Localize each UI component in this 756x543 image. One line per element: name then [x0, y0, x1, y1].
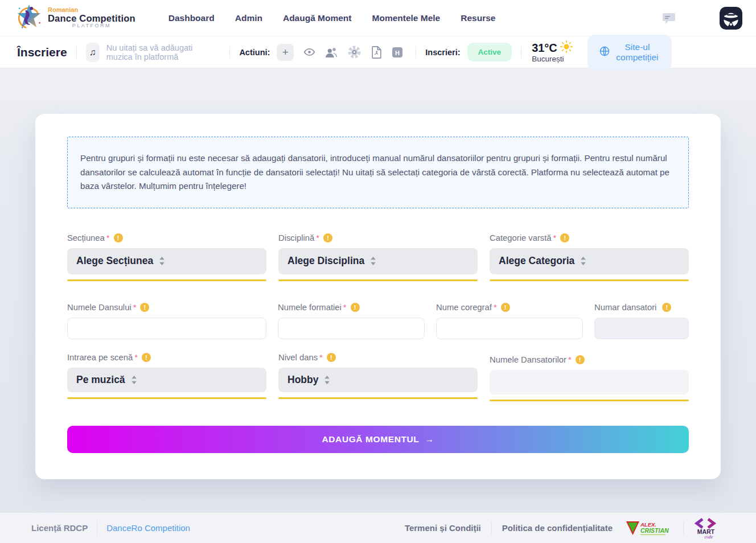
gear-icon[interactable] [347, 45, 361, 59]
sectiunea-select[interactable]: Alege Secțiunea [67, 248, 266, 274]
yellow-underline [67, 279, 266, 281]
brand-subtitle: PLATFORM [48, 23, 135, 28]
numele-formatiei-input[interactable] [278, 318, 425, 339]
yellow-underline [67, 397, 266, 399]
apps-grid-icon[interactable] [692, 12, 704, 24]
music-hint-text: Nu uitați sa vă adăugati muzica în platf… [106, 43, 221, 61]
field-label: Numele Dansatorilor [490, 355, 566, 364]
divider [683, 521, 684, 535]
numele-dansului-input[interactable] [67, 318, 266, 339]
divider [521, 46, 521, 59]
field-label: Secțiunea [67, 233, 105, 242]
field-sectiunea: Secțiunea* Alege Secțiunea [67, 233, 266, 281]
footer-privacy-link[interactable]: Politica de confidențialitate [495, 523, 619, 533]
divider [416, 46, 416, 59]
field-disciplina: Disciplină* Alege Disciplina [278, 233, 478, 281]
info-icon [501, 303, 510, 312]
nav-item-dashboard[interactable]: Dashboard [169, 13, 215, 23]
info-icon [576, 355, 585, 364]
svg-text:code: code [704, 534, 713, 540]
nav-item-adauga-moment[interactable]: Adaugă Moment [283, 13, 352, 23]
alex-cristian-logo[interactable]: ALEX. CRISTIAN [619, 520, 680, 537]
status-badge: Active [467, 43, 512, 61]
weather-temp: 31°C [532, 42, 557, 54]
nav-item-resurse[interactable]: Resurse [461, 13, 495, 23]
eye-icon[interactable] [303, 46, 315, 58]
arrow-right-icon: → [425, 434, 434, 445]
brand-logo[interactable]: Romanian Dance Competition PLATFORM [14, 2, 135, 35]
numar-dansatori-input [594, 318, 689, 339]
dancer-star-icon [14, 2, 44, 35]
divider [229, 46, 230, 59]
footer-terms-link[interactable]: Termeni și Condiții [398, 523, 488, 533]
inscriere-form-card: Pentru grupuri și formații nu este neces… [35, 114, 721, 479]
sun-icon [560, 40, 573, 55]
chevron-updown-icon [131, 376, 137, 384]
chevron-updown-icon [580, 257, 586, 265]
numele-dansatorilor-input [490, 370, 689, 394]
user-avatar[interactable] [720, 7, 742, 30]
field-label: Nume coregraf [436, 303, 492, 312]
pdf-icon[interactable] [371, 46, 382, 59]
field-numele-dansatorilor: Numele Dansatorilor* [490, 353, 689, 401]
chevron-updown-icon [370, 257, 376, 265]
info-icon [327, 353, 336, 362]
globe-icon [599, 46, 610, 59]
field-label: Disciplină [278, 233, 314, 242]
music-note-icon: ♫ [86, 43, 100, 62]
nume-coregraf-input[interactable] [436, 318, 583, 339]
page-toolbar: Înscriere ♫ Nu uitați sa vă adăugati muz… [0, 36, 756, 68]
smart-code-logo[interactable]: MART code [687, 517, 725, 540]
field-label: Intrarea pe scenă [67, 353, 133, 362]
chevron-updown-icon [324, 376, 330, 384]
svg-text:H: H [395, 49, 400, 56]
plus-icon[interactable]: + [277, 44, 294, 61]
field-numar-dansatori: Numar dansatori [594, 303, 689, 339]
chat-icon[interactable] [662, 12, 676, 24]
field-numele-dansului: Numele Dansului* [67, 303, 266, 339]
field-intrarea-pe-scena: Intrarea pe scenă* Pe muzică [67, 353, 266, 401]
inscrieri-label: Inscrieri: [425, 48, 460, 57]
adauga-momentul-button[interactable]: ADAUGĂ MOMENTUL → [67, 426, 689, 453]
yellow-underline [278, 279, 478, 281]
disciplina-select[interactable]: Alege Disciplina [278, 248, 478, 274]
yellow-underline [490, 400, 689, 401]
action-icons: + H [277, 44, 403, 61]
divider [491, 521, 492, 535]
actions-label: Actiuni: [239, 48, 270, 57]
info-icon [351, 303, 360, 312]
info-notice: Pentru grupuri și formații nu este neces… [67, 137, 689, 208]
info-icon [114, 233, 123, 242]
info-icon [323, 233, 332, 242]
nav-item-admin[interactable]: Admin [235, 13, 262, 23]
page-title: Înscriere [17, 46, 67, 59]
main-nav: Dashboard Admin Adaugă Moment Momentele … [169, 13, 496, 23]
nav-item-momentele-mele[interactable]: Momentele Mele [372, 13, 441, 23]
categorie-varsta-select[interactable]: Alege Categoria [490, 248, 689, 274]
yellow-underline [278, 397, 478, 399]
chevron-updown-icon [159, 257, 165, 265]
field-numele-formatiei: Numele formatiei* [278, 303, 425, 339]
brand-title: Dance Competition [48, 14, 135, 23]
footer-license: Licență RDCP [31, 523, 88, 533]
field-categorie-varsta: Categorie varstă* Alege Categoria [490, 233, 689, 281]
competition-site-button[interactable]: Site-ul competiției [587, 35, 672, 70]
users-icon[interactable] [325, 47, 338, 58]
nivel-dans-select[interactable]: Hobby [278, 368, 478, 392]
footer: Licență RDCP DanceRo Competition Termeni… [0, 512, 756, 543]
yellow-underline [490, 279, 689, 281]
field-label: Numar dansatori [594, 303, 656, 312]
weather-city: București [532, 55, 573, 64]
info-icon [142, 353, 151, 362]
top-navbar: Romanian Dance Competition PLATFORM Dash… [0, 0, 756, 36]
field-nume-coregraf: Nume coregraf* [436, 303, 583, 339]
info-icon [662, 303, 671, 312]
intrarea-pe-scena-select[interactable]: Pe muzică [67, 368, 266, 392]
weather-widget: 31°C București [532, 40, 573, 63]
footer-brand-link[interactable]: DanceRo Competition [106, 523, 190, 533]
field-label: Categorie varstă [490, 233, 552, 242]
field-label: Numele formatiei [278, 303, 342, 312]
html-icon[interactable]: H [392, 47, 403, 58]
info-icon [560, 233, 569, 242]
field-nivel-dans: Nivel dans* Hobby [278, 353, 478, 401]
